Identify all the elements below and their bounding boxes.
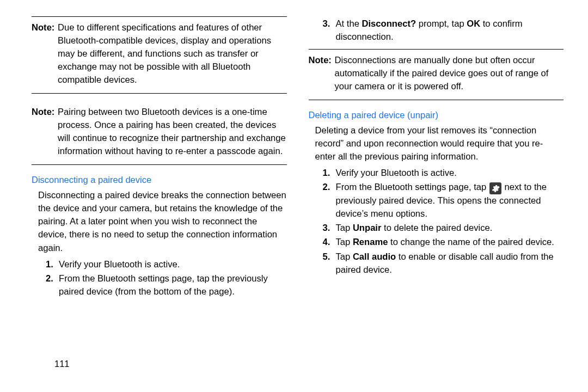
gear-icon <box>489 182 501 194</box>
note-text: Due to different specifications and feat… <box>58 21 287 87</box>
step-text: At the Disconnect? prompt, tap OK to con… <box>336 17 564 44</box>
step-number: 4. <box>323 236 336 249</box>
list-item: 1. Verify your Bluetooth is active. <box>323 167 564 180</box>
note-block-1: Note: Due to different specifications an… <box>32 16 287 94</box>
step-number: 5. <box>323 250 336 277</box>
list-item: 4. Tap Rename to change the name of the … <box>323 236 564 249</box>
page-number: 111 <box>54 359 70 369</box>
note-label: Note: <box>32 21 58 87</box>
note-label: Note: <box>32 106 58 158</box>
step-number: 3. <box>323 17 336 44</box>
right-column: 3. At the Disconnect? prompt, tap OK to … <box>309 16 564 381</box>
note-block-2: Note: Pairing between two Bluetooth devi… <box>32 101 287 165</box>
note-text: Pairing between two Bluetooth devices is… <box>58 106 287 158</box>
list-item: 2. From the Bluetooth settings page, tap… <box>46 272 287 298</box>
step-number: 1. <box>323 167 336 180</box>
list-item: 3. At the Disconnect? prompt, tap OK to … <box>323 17 564 44</box>
step-text: Tap Call audio to enable or disable call… <box>336 250 564 277</box>
step-number: 3. <box>323 222 336 235</box>
list-item: 1. Verify your Bluetooth is active. <box>46 258 287 271</box>
step-number: 1. <box>46 258 59 271</box>
step-text: Verify your Bluetooth is active. <box>59 258 287 271</box>
step-text: From the Bluetooth settings page, tap th… <box>59 272 287 298</box>
section-heading-deleting: Deleting a paired device (unpair) <box>309 109 564 122</box>
page-content: Note: Due to different specifications an… <box>0 0 588 392</box>
section-heading-disconnecting: Disconnecting a paired device <box>32 174 287 187</box>
step-text: Tap Unpair to delete the paired device. <box>336 222 564 235</box>
note-label: Note: <box>309 54 335 93</box>
section-intro: Deleting a device from your list removes… <box>315 124 564 163</box>
section-intro: Disconnecting a paired device breaks the… <box>38 189 287 254</box>
note-text: Disconnections are manually done but oft… <box>335 54 564 93</box>
list-item: 2. From the Bluetooth settings page, tap… <box>323 181 564 220</box>
unpair-steps: 1. Verify your Bluetooth is active. 2. F… <box>309 167 564 276</box>
list-item: 5. Tap Call audio to enable or disable c… <box>323 250 564 277</box>
disconnect-steps-cont: 3. At the Disconnect? prompt, tap OK to … <box>309 17 564 44</box>
note-block-3: Note: Disconnections are manually done b… <box>309 49 564 100</box>
step-number: 2. <box>46 272 59 298</box>
list-item: 3. Tap Unpair to delete the paired devic… <box>323 222 564 235</box>
step-text: Tap Rename to change the name of the pai… <box>336 236 564 249</box>
step-text: From the Bluetooth settings page, tap ne… <box>336 181 564 220</box>
step-text: Verify your Bluetooth is active. <box>336 167 564 180</box>
left-column: Note: Due to different specifications an… <box>32 16 287 381</box>
step-number: 2. <box>323 181 336 220</box>
disconnect-steps: 1. Verify your Bluetooth is active. 2. F… <box>32 258 287 298</box>
